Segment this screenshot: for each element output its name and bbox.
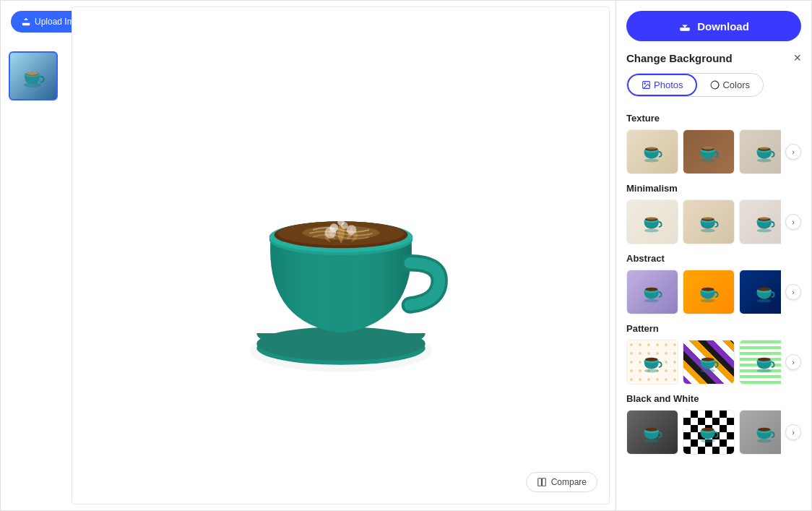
tab-row: Photos Colors [626, 73, 764, 97]
next-button-minimalism[interactable]: › [785, 214, 801, 230]
bg-thumbnails-bw [626, 410, 781, 455]
svg-point-30 [757, 158, 772, 162]
section-title-texture: Texture [626, 113, 801, 124]
svg-rect-18 [542, 478, 545, 486]
bg-thumb-m3[interactable] [739, 199, 781, 244]
right-header: Download Change Background × Photos C [616, 1, 811, 104]
svg-point-45 [759, 217, 769, 220]
section-title-abstract: Abstract [626, 253, 801, 264]
svg-point-38 [701, 228, 715, 232]
bg-thumb-p2[interactable] [683, 340, 735, 385]
left-panel: Upload Image [1, 1, 616, 510]
main-canvas: Compare [72, 7, 610, 504]
svg-point-20 [644, 83, 646, 85]
svg-point-51 [701, 288, 714, 291]
bg-thumb-a3[interactable] [739, 270, 781, 314]
next-button-pattern[interactable]: › [785, 354, 801, 370]
bg-thumb-bw1[interactable] [626, 410, 678, 455]
svg-point-70 [757, 439, 772, 442]
bg-grid-texture: › [626, 129, 801, 174]
svg-point-58 [701, 369, 715, 372]
svg-point-42 [757, 228, 772, 232]
svg-point-3 [27, 72, 38, 75]
bg-thumb-m2[interactable] [683, 199, 735, 244]
bg-thumb-bw2[interactable] [683, 410, 735, 455]
svg-point-48 [645, 288, 658, 291]
bg-thumbnails-texture [626, 129, 781, 174]
svg-rect-17 [537, 478, 541, 486]
svg-point-33 [759, 147, 769, 150]
svg-point-63 [758, 358, 771, 361]
svg-point-46 [644, 299, 659, 302]
panel-title: Change Background [626, 52, 733, 64]
svg-point-66 [645, 428, 658, 431]
bg-thumb-a1[interactable] [626, 270, 678, 314]
thumbnail-item[interactable] [9, 51, 58, 100]
svg-point-52 [757, 299, 772, 302]
bg-thumb-t2[interactable] [683, 129, 735, 174]
bg-thumb-t1[interactable] [626, 129, 678, 174]
svg-point-34 [644, 228, 659, 232]
right-panel: Download Change Background × Photos C [616, 1, 811, 510]
panel-scroll[interactable]: Texture [616, 104, 811, 510]
bg-thumb-p1[interactable] [626, 340, 678, 385]
next-button-bw[interactable]: › [785, 424, 801, 440]
bg-thumbnails-abstract [626, 270, 781, 314]
section-minimalism: Minimalism [626, 183, 801, 244]
bg-grid-pattern: › [626, 340, 801, 385]
svg-point-67 [701, 439, 715, 442]
download-label: Download [697, 20, 749, 33]
bg-grid-minimalism: › [626, 199, 801, 244]
bg-thumb-a2[interactable] [683, 270, 735, 314]
bg-grid-abstract: › [626, 270, 801, 314]
svg-point-60 [701, 358, 714, 361]
svg-point-55 [644, 369, 659, 372]
svg-point-14 [346, 225, 356, 235]
svg-point-64 [644, 439, 659, 442]
svg-point-72 [758, 428, 771, 431]
svg-point-61 [757, 369, 772, 372]
svg-point-29 [702, 147, 713, 150]
svg-point-15 [324, 227, 336, 239]
next-button-abstract[interactable]: › [785, 284, 801, 300]
compare-label: Compare [551, 477, 587, 487]
bg-thumb-p3[interactable] [739, 340, 781, 385]
compare-button[interactable]: Compare [526, 472, 597, 492]
bg-thumb-m1[interactable] [626, 199, 678, 244]
section-abstract: Abstract [626, 253, 801, 314]
bg-thumb-t3[interactable] [739, 129, 781, 174]
bg-thumb-bw3[interactable] [739, 410, 781, 455]
tab-photos-label: Photos [654, 80, 683, 90]
tab-colors-label: Colors [722, 80, 750, 90]
svg-point-69 [701, 428, 714, 431]
section-pattern: Pattern [626, 323, 801, 385]
thumbnail-sidebar [1, 1, 66, 510]
svg-point-49 [701, 299, 715, 302]
svg-point-22 [644, 158, 659, 162]
bg-grid-bw: › [626, 410, 801, 455]
svg-point-57 [645, 358, 658, 361]
svg-point-26 [701, 158, 715, 162]
section-blackandwhite: Black and White [626, 393, 801, 455]
tab-colors[interactable]: Colors [697, 74, 763, 96]
bg-thumbnails-pattern [626, 340, 781, 385]
section-title-pattern: Pattern [626, 323, 801, 334]
panel-title-row: Change Background × [626, 51, 801, 64]
section-texture: Texture [626, 113, 801, 174]
next-button-texture[interactable]: › [785, 144, 801, 160]
download-button[interactable]: Download [626, 11, 801, 41]
svg-point-25 [646, 147, 657, 150]
section-title-bw: Black and White [626, 393, 801, 404]
section-title-minimalism: Minimalism [626, 183, 801, 194]
close-button[interactable]: × [793, 51, 801, 64]
svg-point-54 [758, 288, 771, 291]
app-container: Upload Image [0, 0, 812, 511]
svg-point-41 [702, 217, 713, 220]
svg-point-37 [646, 217, 657, 220]
bg-thumbnails-minimalism [626, 199, 781, 244]
tab-photos[interactable]: Photos [627, 74, 697, 96]
svg-point-16 [337, 218, 345, 226]
